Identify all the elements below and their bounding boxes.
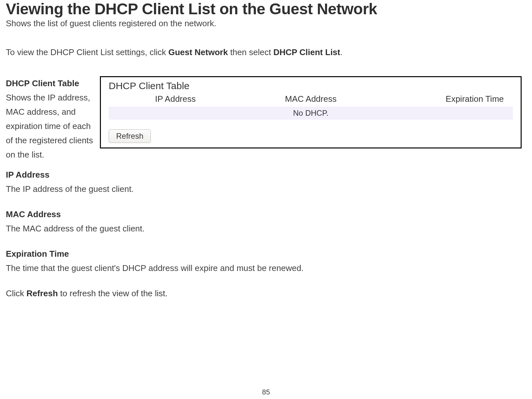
nav-bold-dhcp-client-list: DHCP Client List [273,47,340,57]
table-row: No DHCP. [109,107,513,120]
term-ip-address: IP Address [6,168,532,182]
column-header-expiration-time: Expiration Time [380,93,513,107]
nav-text-prefix: To view the DHCP Client List settings, c… [6,47,168,57]
navigation-instruction: To view the DHCP Client List settings, c… [6,47,532,57]
definitions-list: IP Address The IP address of the guest c… [6,168,532,275]
nav-text-mid: then select [228,47,273,57]
nav-bold-guest-network: Guest Network [168,47,228,57]
table-empty-message: No DHCP. [109,107,513,120]
refresh-text-prefix: Click [6,288,27,298]
term-expiration-time: Expiration Time [6,247,532,261]
nav-text-suffix: . [340,47,343,57]
page-subtitle: Shows the list of guest clients register… [6,18,532,29]
term-mac-address: MAC Address [6,207,532,221]
column-header-ip-address: IP Address [109,93,242,107]
page-title: Viewing the DHCP Client List on the Gues… [6,0,532,18]
figure-inner: DHCP Client Table IP Address MAC Address… [101,77,521,147]
refresh-button[interactable]: Refresh [109,129,151,143]
refresh-text-suffix: to refresh the view of the list. [58,288,167,298]
dhcp-client-table: IP Address MAC Address Expiration Time N… [109,93,513,120]
desc-expiration-time: The time that the guest client's DHCP ad… [6,261,532,275]
desc-mac-address: The MAC address of the guest client. [6,221,532,236]
content-wrapper: DHCP Client Table Shows the IP address, … [6,76,532,162]
desc-ip-address: The IP address of the guest client. [6,182,532,196]
figure-title: DHCP Client Table [109,80,513,91]
dhcp-client-table-definition: DHCP Client Table Shows the IP address, … [6,76,100,162]
refresh-bold: Refresh [27,288,58,298]
refresh-instruction: Click Refresh to refresh the view of the… [6,286,532,300]
dhcp-client-table-screenshot: DHCP Client Table IP Address MAC Address… [100,76,522,148]
page-number: 85 [0,388,532,396]
column-header-mac-address: MAC Address [242,93,380,107]
document-page: Viewing the DHCP Client List on the Gues… [0,0,532,399]
table-header-row: IP Address MAC Address Expiration Time [109,93,513,107]
term-dhcp-client-table: DHCP Client Table [6,78,79,88]
desc-dhcp-client-table: Shows the IP address, MAC address, and e… [6,93,93,159]
